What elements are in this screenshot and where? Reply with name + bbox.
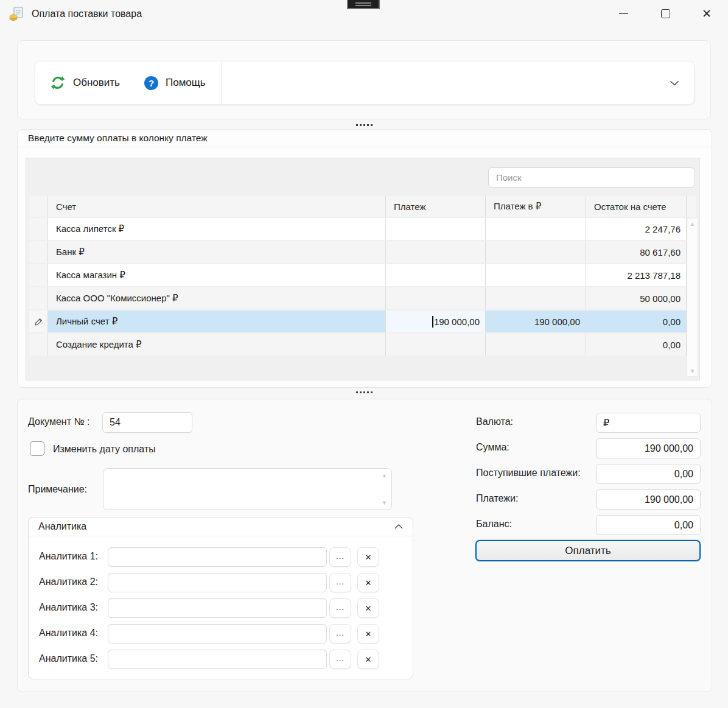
row-selector[interactable] <box>29 334 48 356</box>
analytics-label: Аналитика 3: <box>39 602 98 613</box>
analytics-input[interactable] <box>108 650 327 669</box>
sum-field[interactable]: 190 000,00 <box>596 438 701 458</box>
balance-cell[interactable]: 50 000,00 <box>586 287 687 309</box>
analytics-input[interactable] <box>108 547 327 567</box>
row-selector[interactable] <box>29 241 48 263</box>
close-button[interactable]: ✕ <box>695 4 719 23</box>
analytics-label: Аналитика 1: <box>39 551 98 562</box>
browse-button[interactable]: ... <box>329 598 351 618</box>
splitter-handle[interactable] <box>0 122 728 128</box>
analytics-header[interactable]: Аналитика <box>29 517 413 536</box>
analytics-input[interactable] <box>108 624 327 643</box>
balance-cell[interactable]: 0,00 <box>586 310 687 332</box>
toolbar-expand-button[interactable] <box>670 80 679 86</box>
clear-button[interactable]: ✕ <box>357 573 379 592</box>
column-header-account[interactable]: Счет <box>48 196 386 217</box>
payment-cell[interactable] <box>386 218 486 240</box>
column-header-payment-rub[interactable]: Платеж в ₽ <box>486 196 586 217</box>
app-icon <box>9 6 24 22</box>
note-textarea[interactable] <box>108 471 378 507</box>
account-cell[interactable]: Создание кредита ₽ <box>48 334 386 356</box>
account-cell[interactable]: Касса липетск ₽ <box>48 218 386 240</box>
row-selector[interactable] <box>29 264 48 286</box>
payment-rub-cell[interactable] <box>486 241 586 263</box>
note-field: ▲ ▼ <box>103 468 392 510</box>
maximize-button[interactable] <box>653 4 677 23</box>
note-label: Примечание: <box>28 484 87 495</box>
payment-rub-cell[interactable] <box>486 264 586 286</box>
help-button[interactable]: ? Помощь <box>132 61 218 104</box>
table-toolbar <box>26 158 699 196</box>
search-input[interactable] <box>488 167 695 188</box>
row-selector[interactable] <box>29 287 48 309</box>
account-cell[interactable]: Банк ₽ <box>48 241 386 263</box>
accounts-panel: Введите сумму оплаты в колонку платеж Сч… <box>17 129 712 388</box>
titlebar: Оплата поставки товара ✕ <box>0 0 728 29</box>
payment-cell[interactable] <box>386 264 486 286</box>
splitter-handle[interactable] <box>0 389 728 395</box>
browse-button[interactable]: ... <box>329 624 351 643</box>
balance-cell[interactable]: 2 247,76 <box>586 218 687 240</box>
payments-field[interactable]: 190 000,00 <box>596 489 701 510</box>
row-selector[interactable] <box>29 218 48 240</box>
chevron-up-icon[interactable] <box>394 524 403 529</box>
payment-edit-cell[interactable]: 190 000,00 <box>386 310 486 332</box>
browse-button[interactable]: ... <box>329 650 351 669</box>
column-header-payment[interactable]: Платеж <box>386 196 486 217</box>
document-number-input[interactable] <box>102 412 192 433</box>
balance-field[interactable]: 0,00 <box>596 515 701 535</box>
clear-button[interactable]: ✕ <box>357 547 379 567</box>
chevron-down-icon <box>670 80 679 86</box>
payment-rub-cell[interactable] <box>486 334 586 356</box>
payment-rub-cell[interactable] <box>486 218 586 240</box>
refresh-button[interactable]: Обновить <box>35 61 132 104</box>
refresh-icon <box>50 75 66 91</box>
payment-cell[interactable] <box>386 241 486 263</box>
table-scrollbar[interactable]: ▲ ▼ <box>687 218 698 377</box>
payment-rub-cell[interactable] <box>486 287 586 309</box>
scroll-down-icon[interactable]: ▼ <box>382 500 387 506</box>
account-cell[interactable]: Касса магазин ₽ <box>48 264 386 286</box>
balance-cell[interactable]: 0,00 <box>586 334 687 356</box>
toolbar: Обновить ? Помощь <box>35 61 695 105</box>
table-row[interactable]: Банк ₽ 80 617,60 <box>29 241 696 263</box>
balance-cell[interactable]: 2 213 787,18 <box>586 264 687 286</box>
change-date-checkbox[interactable] <box>30 441 44 456</box>
clear-button[interactable]: ✕ <box>357 624 379 643</box>
balance-cell[interactable]: 80 617,60 <box>586 241 687 263</box>
clear-button[interactable]: ✕ <box>357 598 379 618</box>
received-payments-field[interactable]: 0,00 <box>596 464 701 484</box>
scroll-up-icon[interactable]: ▲ <box>690 220 696 227</box>
column-header-balance[interactable]: Остаток на счете <box>586 196 687 217</box>
payment-rub-cell[interactable]: 190 000,00 <box>486 310 586 332</box>
currency-field[interactable]: ₽ <box>596 413 701 433</box>
table-row[interactable]: Касса липетск ₽ 2 247,76 <box>29 218 696 240</box>
row-selector-header <box>29 196 48 217</box>
browse-button[interactable]: ... <box>329 547 351 567</box>
window-title: Оплата поставки товара <box>32 7 142 21</box>
account-cell[interactable]: Личный счет ₽ <box>48 310 386 332</box>
browse-button[interactable]: ... <box>329 573 351 592</box>
pay-button[interactable]: Оплатить <box>475 540 701 561</box>
account-cell[interactable]: Касса ООО "Комиссионер" ₽ <box>48 287 386 309</box>
analytics-label: Аналитика 5: <box>39 653 98 664</box>
scroll-up-icon[interactable]: ▲ <box>382 472 387 478</box>
clear-button[interactable]: ✕ <box>357 650 379 669</box>
payment-cell[interactable] <box>386 334 486 356</box>
analytics-label: Аналитика 4: <box>39 628 98 639</box>
table-row[interactable]: Создание кредита ₽ 0,00 <box>29 334 696 356</box>
help-icon: ? <box>144 76 158 90</box>
table-row-selected[interactable]: Личный счет ₽ 190 000,00 190 000,00 0,00 <box>29 310 696 332</box>
table-row[interactable]: Касса магазин ₽ 2 213 787,18 <box>29 264 696 286</box>
scroll-down-icon[interactable]: ▼ <box>690 368 696 374</box>
table-row[interactable]: Касса ООО "Комиссионер" ₽ 50 000,00 <box>29 287 696 309</box>
accounts-table: Счет Платеж Платеж в ₽ Остаток на счете … <box>26 158 700 380</box>
analytics-label: Аналитика 2: <box>39 577 98 587</box>
help-label: Помощь <box>166 77 206 89</box>
minimize-button[interactable] <box>611 4 635 23</box>
analytics-input[interactable] <box>108 598 327 618</box>
analytics-input[interactable] <box>108 573 327 592</box>
row-selector-edit[interactable] <box>29 310 48 332</box>
payment-form-panel: Документ № : Изменить дату оплаты Примеч… <box>17 399 712 692</box>
payment-cell[interactable] <box>386 287 486 309</box>
